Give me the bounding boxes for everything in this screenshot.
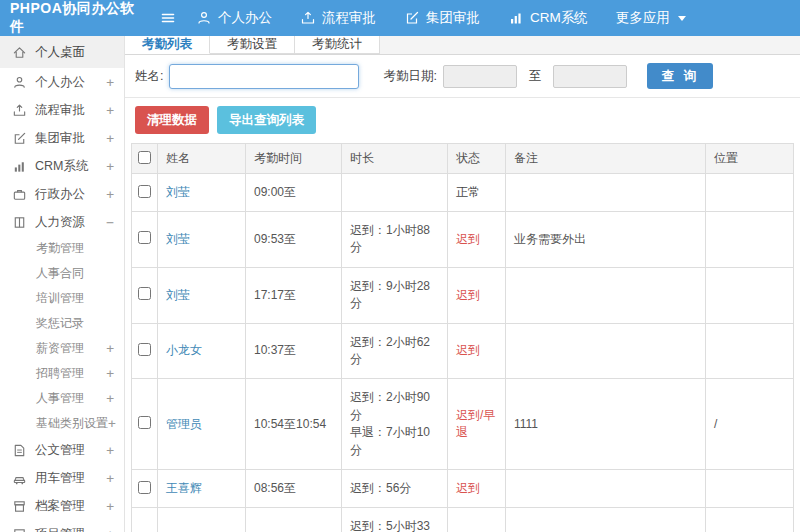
sidebar-subitem-7[interactable]: 基础类别设置+ [0,411,124,436]
status-badge: 迟到/早退 [456,408,495,439]
expand-toggle-icon[interactable]: + [106,187,114,202]
export-list-button[interactable]: 导出查询列表 [217,106,316,134]
expand-toggle-icon[interactable]: + [106,499,114,514]
expand-toggle-icon[interactable]: + [106,527,114,532]
status-cell: 迟到 [448,212,506,268]
status-badge: 迟到 [456,288,480,302]
sidebar-subitem-label: 薪资管理 [36,340,106,357]
sidebar-subitem-label: 奖惩记录 [36,315,114,332]
column-header: 姓名 [158,144,246,174]
tab-1[interactable]: 考勤设置 [210,36,295,54]
employee-name-link[interactable]: 刘莹 [166,288,190,302]
status-cell: 迟到/早退 [448,379,506,470]
expand-toggle-icon[interactable]: + [106,391,114,406]
row-checkbox[interactable] [138,481,151,494]
sidebar-item-1[interactable]: 个人办公+ [0,68,124,96]
topnav-item-2[interactable]: 集团审批 [404,9,480,27]
date-from-input[interactable] [443,65,517,88]
employee-name-link[interactable]: 王喜辉 [166,481,202,495]
table-header-row: 姓名考勤时间时长状态备注位置 [132,144,794,174]
date-to-input[interactable] [553,65,627,88]
page-layout: 个人桌面个人办公+流程审批+集团审批+CRM系统+行政办公+人力资源−考勤管理人… [0,36,800,532]
row-select-cell [132,323,158,379]
menu-toggle[interactable] [160,10,176,26]
expand-toggle-icon[interactable]: + [106,159,114,174]
expand-toggle-icon[interactable]: + [106,103,114,118]
user-icon [12,75,27,90]
topnav-item-0[interactable]: 个人办公 [196,9,272,27]
row-select-cell [132,212,158,268]
sidebar-item-7[interactable]: 公文管理+ [0,436,124,464]
row-checkbox[interactable] [138,231,151,244]
sidebar-item-8[interactable]: 用车管理+ [0,464,124,492]
expand-toggle-icon[interactable]: + [106,443,114,458]
sidebar-subitem-3[interactable]: 奖惩记录 [0,311,124,336]
column-header: 时长 [342,144,448,174]
employee-name-link[interactable]: 刘莹 [166,185,190,199]
sidebar-item-label: 人力资源 [35,214,98,231]
sidebar-subitem-label: 基础类别设置 [36,415,108,432]
row-checkbox[interactable] [138,185,151,198]
duration-cell [342,174,448,212]
location-cell: / [706,379,794,470]
search-button[interactable]: 查 询 [647,63,712,89]
topnav-item-4[interactable]: 更多应用 [616,9,686,27]
name-input[interactable] [169,64,359,89]
column-header: 位置 [706,144,794,174]
row-checkbox[interactable] [138,416,151,429]
archive-icon [12,499,27,514]
topnav-item-3[interactable]: CRM系统 [508,9,588,27]
table-row: 刘莹17:17至迟到：9小时28分迟到 [132,267,794,323]
user-icon [196,10,212,26]
time-cell: 10:37至 [246,323,342,379]
column-header: 状态 [448,144,506,174]
tab-2[interactable]: 考勤统计 [295,36,380,54]
employee-name-link[interactable]: 管理员 [166,417,202,431]
share-icon [300,10,316,26]
row-checkbox[interactable] [138,343,151,356]
location-cell [706,212,794,268]
expand-toggle-icon[interactable]: − [106,215,114,230]
sidebar-item-3[interactable]: 集团审批+ [0,124,124,152]
sidebar-subitem-2[interactable]: 培训管理 [0,286,124,311]
sidebar-item-2[interactable]: 流程审批+ [0,96,124,124]
sidebar-subitem-5[interactable]: 招聘管理+ [0,361,124,386]
tab-bar: 考勤列表考勤设置考勤统计 [125,36,800,55]
table-row: 管理员10:54至10:54迟到：2小时90分 早退：7小时10分迟到/早退11… [132,379,794,470]
expand-toggle-icon[interactable]: + [106,341,114,356]
remark-cell [506,469,706,507]
sidebar-subitem-1[interactable]: 人事合同 [0,261,124,286]
sidebar-item-0[interactable]: 个人桌面 [0,36,124,68]
expand-toggle-icon[interactable]: + [106,366,114,381]
status-badge: 迟到 [456,232,480,246]
sidebar-item-5[interactable]: 行政办公+ [0,180,124,208]
sidebar-item-9[interactable]: 档案管理+ [0,492,124,520]
employee-name-link[interactable]: 小龙女 [166,343,202,357]
employee-name-link[interactable]: 刘莹 [166,232,190,246]
expand-toggle-icon[interactable]: + [108,416,116,431]
name-cell: 管理员 [158,379,246,470]
time-cell: 13:20至13:20 [246,508,342,532]
tab-0[interactable]: 考勤列表 [125,36,210,54]
expand-toggle-icon[interactable]: + [106,131,114,146]
table-row: 王喜辉08:56至迟到：56分迟到 [132,469,794,507]
sidebar-subitem-0[interactable]: 考勤管理 [0,236,124,261]
expand-toggle-icon[interactable]: + [106,471,114,486]
topnav-item-1[interactable]: 流程审批 [300,9,376,27]
sidebar-item-4[interactable]: CRM系统+ [0,152,124,180]
sidebar-subitem-label: 考勤管理 [36,240,114,257]
sidebar-item-10[interactable]: 项目管理+ [0,520,124,532]
sidebar-subitem-6[interactable]: 人事管理+ [0,386,124,411]
chevron-down-icon [678,16,686,21]
row-checkbox[interactable] [138,287,151,300]
status-cell: 迟到 [448,323,506,379]
expand-toggle-icon[interactable]: + [106,75,114,90]
clean-data-button[interactable]: 清理数据 [135,106,209,134]
sidebar-item-label: CRM系统 [35,158,98,175]
sidebar-item-6[interactable]: 人力资源− [0,208,124,236]
status-cell: 正常 [448,174,506,212]
select-all-checkbox[interactable] [138,151,151,164]
sidebar-subitem-4[interactable]: 薪资管理+ [0,336,124,361]
topnav-item-label: 流程审批 [322,9,376,27]
home-icon [12,45,27,60]
